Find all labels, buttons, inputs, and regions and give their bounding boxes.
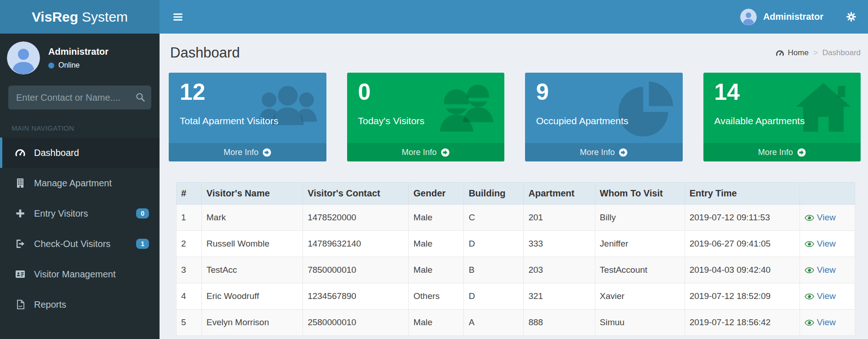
cell-entry-time: 2019-07-12 18:56:42 bbox=[685, 310, 799, 336]
cell-entry-time: 2019-07-12 18:52:09 bbox=[685, 283, 799, 310]
table-row: 1 Mark 1478520000 Male C 201 Billy 2019-… bbox=[177, 205, 855, 231]
sidebar-item-visitor-management[interactable]: Visitor Management bbox=[0, 259, 160, 289]
infobox-value: 12 bbox=[180, 80, 326, 104]
view-label: View bbox=[817, 317, 836, 328]
plus-icon bbox=[13, 208, 27, 219]
sidebar-user-name: Administrator bbox=[48, 46, 108, 57]
view-visitor-link[interactable]: View bbox=[805, 239, 850, 249]
more-info-label: More Info bbox=[580, 148, 615, 157]
more-info-button[interactable]: More Info bbox=[525, 143, 683, 161]
cell-apartment: 201 bbox=[524, 205, 595, 231]
cell-entry-time: 2019-06-27 09:41:05 bbox=[685, 231, 799, 257]
cell-contact: 1478520000 bbox=[303, 205, 409, 231]
settings-button[interactable] bbox=[844, 9, 859, 24]
infobox-label: Available Apartments bbox=[714, 115, 861, 126]
header-user-name: Administrator bbox=[763, 11, 823, 22]
table-header-row: # Visitor's Name Visitor's Contact Gende… bbox=[177, 183, 855, 205]
cell-contact: 14789632140 bbox=[303, 231, 409, 257]
sidebar-user-panel: Administrator Online bbox=[0, 34, 160, 81]
cell-whom: Simuu bbox=[595, 310, 685, 336]
col-header-contact: Visitor's Contact bbox=[303, 183, 409, 205]
view-visitor-link[interactable]: View bbox=[805, 213, 850, 223]
cell-whom: Billy bbox=[595, 205, 685, 231]
cell-contact: 7850000010 bbox=[303, 257, 409, 283]
infobox-label: Total Aparment Visitors bbox=[180, 115, 326, 126]
user-status[interactable]: Online bbox=[48, 61, 108, 69]
sidebar-item-label: Dashboard bbox=[34, 148, 79, 158]
cell-apartment: 333 bbox=[524, 231, 595, 257]
col-header-apartment: Apartment bbox=[524, 183, 595, 205]
more-info-button[interactable]: More Info bbox=[347, 143, 505, 161]
more-info-button[interactable]: More Info bbox=[169, 143, 326, 161]
cell-building: B bbox=[464, 257, 524, 283]
breadcrumb-home-link[interactable]: Home bbox=[776, 48, 809, 57]
table-row: 5 Evelyn Morrison 2580000010 Male A 888 … bbox=[177, 310, 855, 336]
brand-name-bold: VisReg bbox=[32, 9, 78, 25]
cell-apartment: 321 bbox=[524, 283, 595, 310]
sign-out-icon bbox=[13, 238, 27, 249]
col-header-entry-time: Entry Time bbox=[685, 183, 799, 205]
table-row: 3 TestAcc 7850000010 Male B 203 TestAcco… bbox=[177, 257, 855, 283]
col-header-whom: Whom To Visit bbox=[595, 183, 685, 205]
cell-name: Mark bbox=[202, 205, 303, 231]
infobox-value: 0 bbox=[358, 80, 505, 104]
infobox-value: 9 bbox=[536, 80, 683, 104]
table-row: 4 Eric Woodruff 1234567890 Others D 321 … bbox=[177, 283, 855, 310]
brand-logo[interactable]: VisReg System bbox=[0, 0, 160, 34]
sidebar-item-entry-visitors[interactable]: Entry Visitors 0 bbox=[0, 198, 160, 229]
sidebar-item-manage-apartment[interactable]: Manage Apartment bbox=[0, 168, 160, 198]
gauge-icon bbox=[776, 49, 784, 57]
page-title: Dashboard bbox=[170, 45, 240, 61]
cell-gender: Male bbox=[409, 310, 464, 336]
building-icon bbox=[13, 178, 27, 189]
cell-num: 2 bbox=[177, 231, 202, 257]
person-avatar-icon bbox=[7, 41, 40, 75]
table-row: 2 Russell Womble 14789632140 Male D 333 … bbox=[177, 231, 855, 257]
cell-gender: Male bbox=[409, 205, 464, 231]
search-input[interactable] bbox=[8, 86, 151, 109]
search-button[interactable] bbox=[135, 92, 146, 103]
user-status-label: Online bbox=[58, 61, 80, 69]
cell-building: C bbox=[464, 205, 524, 231]
sidebar-item-checkout-visitors[interactable]: Check-Out Visitors 1 bbox=[0, 229, 160, 259]
cell-apartment: 888 bbox=[524, 310, 595, 336]
cell-contact: 1234567890 bbox=[303, 283, 409, 310]
infobox-available-apartments: 14 Available Apartments More Info bbox=[703, 73, 861, 161]
cell-gender: Male bbox=[409, 231, 464, 257]
cell-whom: Jeniffer bbox=[595, 231, 685, 257]
cell-name: Evelyn Morrison bbox=[202, 310, 303, 336]
info-boxes-row: 12 Total Aparment Visitors bbox=[169, 73, 861, 161]
sidebar-toggle-button[interactable] bbox=[169, 8, 187, 26]
content-area: Dashboard Home > Dashboard 12 Total Apar… bbox=[160, 34, 868, 339]
sidebar-item-label: Manage Apartment bbox=[34, 178, 112, 189]
more-info-button[interactable]: More Info bbox=[703, 143, 861, 161]
sidebar-item-label: Reports bbox=[34, 299, 66, 310]
view-label: View bbox=[817, 213, 836, 223]
pdf-file-icon bbox=[13, 299, 27, 310]
header-user-menu[interactable]: Administrator bbox=[740, 9, 823, 25]
infobox-todays-visitors: 0 Today's Visitors bbox=[347, 73, 505, 161]
cell-name: TestAcc bbox=[202, 257, 303, 283]
cell-num: 4 bbox=[177, 283, 202, 310]
infobox-value: 14 bbox=[714, 80, 861, 104]
sidebar-item-dashboard[interactable]: Dashboard bbox=[0, 138, 160, 168]
view-label: View bbox=[817, 291, 836, 301]
view-label: View bbox=[817, 265, 836, 275]
view-visitor-link[interactable]: View bbox=[805, 317, 850, 328]
eye-icon bbox=[805, 239, 814, 249]
brand-name-light: System bbox=[82, 9, 128, 25]
infobox-occupied-apartments: 9 Occupied Apartments More Info bbox=[525, 73, 683, 161]
cell-building: A bbox=[464, 310, 524, 336]
cell-name: Russell Womble bbox=[202, 231, 303, 257]
view-visitor-link[interactable]: View bbox=[805, 291, 850, 301]
col-header-gender: Gender bbox=[409, 183, 464, 205]
view-visitor-link[interactable]: View bbox=[805, 265, 850, 275]
eye-icon bbox=[805, 265, 814, 275]
user-avatar bbox=[7, 41, 40, 75]
more-info-label: More Info bbox=[758, 148, 793, 157]
sidebar-item-reports[interactable]: Reports bbox=[0, 289, 160, 320]
nav-section-label: MAIN NAVIGATION bbox=[0, 112, 160, 138]
visitors-table: # Visitor's Name Visitor's Contact Gende… bbox=[176, 182, 855, 336]
online-status-dot-icon bbox=[48, 63, 54, 69]
cell-whom: TestAccount bbox=[595, 257, 685, 283]
